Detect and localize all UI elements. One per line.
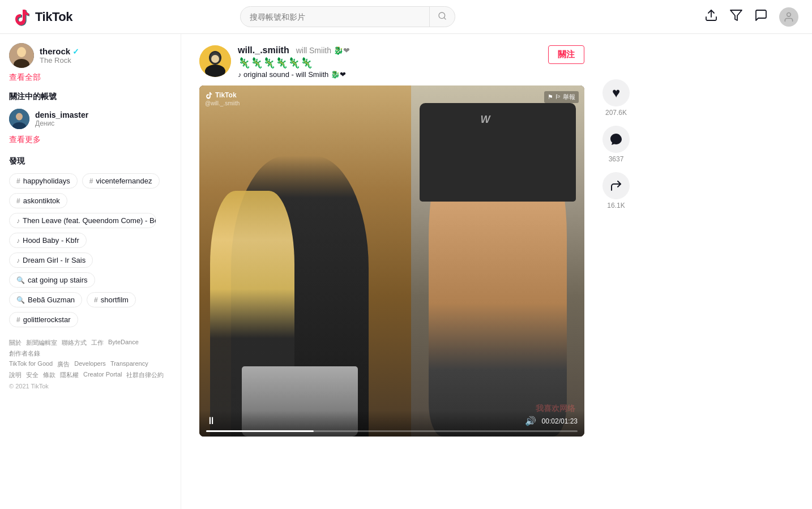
hashtag-icon: # (16, 197, 20, 205)
footer-privacy[interactable]: 隱私權 (60, 371, 79, 379)
tiktok-logo-icon (14, 8, 32, 26)
svg-point-15 (211, 55, 219, 63)
post-username[interactable]: will._.smiith (238, 45, 289, 55)
post-container: will._.smiith will Smiith 🐉❤ 🦎🦎🦎🦎🦎🦎 ♪ or… (199, 45, 584, 498)
volume-button[interactable]: 🔊 (525, 416, 536, 426)
video-left-panel: TikTok @will._.smiith (199, 85, 411, 437)
see-more-link[interactable]: 查看更多 (9, 135, 172, 145)
video-tiktok-logo: TikTok (205, 91, 237, 99)
search-input[interactable] (241, 8, 429, 26)
profile-username: therock (40, 46, 70, 56)
footer-newsroom[interactable]: 新聞編輯室 (26, 339, 57, 347)
discover-section: 發現 # happyholidays # vicentefernandez # … (9, 156, 172, 327)
footer-row-3: 說明 安全 條款 隱私權 Creator Portal 社群自律公約 (9, 371, 172, 379)
post-avatar (199, 45, 231, 77)
user-avatar[interactable] (779, 7, 798, 27)
tag-beba-guzman[interactable]: 🔍 Bebã Guzman (9, 292, 82, 307)
tag-shortfilm[interactable]: # shortfilm (87, 292, 136, 307)
tag-label: happyholidays (23, 177, 70, 185)
hashtag-icon: # (16, 316, 20, 324)
music-icon: ♪ (16, 256, 20, 264)
share-action: 16.1K (602, 172, 630, 209)
post-user-info: will._.smiith will Smiith 🐉❤ 🦎🦎🦎🦎🦎🦎 ♪ or… (238, 45, 548, 79)
search-icon: 🔍 (16, 296, 25, 304)
like-action: ♥ 207.6K (602, 79, 630, 117)
following-section-title: 關注中的帳號 (9, 92, 172, 102)
tag-cat-going-up[interactable]: 🔍 cat going up stairs (9, 272, 95, 288)
tag-label: golittlerockstar (23, 315, 71, 324)
footer-contact[interactable]: 聯絡方式 (62, 339, 87, 347)
sidebar-profile: therock ✓ The Rock (9, 43, 172, 68)
share-count: 16.1K (607, 202, 625, 209)
follow-button[interactable]: 關注 (548, 45, 584, 64)
footer-transparency[interactable]: Transparency (110, 360, 148, 369)
video-controls: ⏸ 🔊 00:02/01:23 (199, 410, 584, 437)
footer-community[interactable]: 社群自律公約 (126, 371, 164, 379)
message-button[interactable] (754, 8, 768, 25)
like-count: 207.6K (605, 109, 627, 117)
tag-vicentefernandez[interactable]: # vicentefernandez (82, 173, 160, 189)
video-inner: TikTok @will._.smiith W (199, 85, 584, 437)
profile-avatar (9, 43, 34, 68)
comment-action: 3637 (602, 126, 630, 163)
footer-creators[interactable]: 創作者名錄 (9, 349, 40, 358)
footer-help[interactable]: 說明 (9, 371, 22, 379)
following-username: denis_imaster (35, 110, 88, 119)
tag-label: Dream Girl - Ir Sais (23, 256, 86, 264)
tag-label: cat going up stairs (28, 276, 88, 284)
see-all-link[interactable]: 查看全部 (9, 72, 172, 83)
video-report-button[interactable]: ⚑ 🏳 舉報 (544, 91, 579, 103)
tag-hood-baby[interactable]: ♪ Hood Baby - Kbfr (9, 233, 87, 248)
footer-row-2: TikTok for Good 廣告 Developers Transparen… (9, 360, 172, 369)
tag-label: Hood Baby - Kbfr (23, 236, 79, 245)
tag-happyholidays[interactable]: # happyholidays (9, 173, 78, 189)
controls-row: ⏸ 🔊 00:02/01:23 (206, 415, 578, 427)
tag-label: Bebã Guzman (28, 296, 75, 304)
svg-line-1 (444, 18, 446, 19)
footer-developers[interactable]: Developers (74, 360, 106, 369)
current-time: 00:02 (542, 417, 559, 425)
post-actions: ♥ 207.6K 3637 16.1K (602, 45, 630, 498)
footer-tiktok-good[interactable]: TikTok for Good (9, 360, 53, 369)
tag-label: Then Leave (feat. Queendom Come) - BeatK… (23, 216, 156, 225)
like-button[interactable]: ♥ (602, 79, 630, 106)
post-display-name: will Smiith 🐉❤ (296, 46, 350, 55)
tag-golittlerockstar[interactable]: # golittlerockstar (9, 312, 78, 327)
footer-terms[interactable]: 條款 (43, 371, 55, 379)
footer-links: 關於 新聞編輯室 聯絡方式 工作 ByteDance 創作者名錄 TikTok … (9, 339, 172, 390)
copyright: © 2021 TikTok (9, 383, 172, 390)
post-sound-text: original sound - will Smiith 🐉❤ (243, 70, 346, 79)
discover-title: 發現 (9, 156, 172, 166)
svg-point-9 (16, 113, 23, 121)
profile-info: therock ✓ The Rock (40, 46, 79, 65)
post-sound[interactable]: ♪ original sound - will Smiith 🐉❤ (238, 70, 548, 79)
profile-display-name: The Rock (40, 56, 79, 65)
play-pause-button[interactable]: ⏸ (206, 415, 216, 427)
footer-ads[interactable]: 廣告 (57, 360, 70, 369)
upload-button[interactable] (704, 8, 718, 25)
progress-fill (206, 430, 314, 432)
discover-tags: # happyholidays # vicentefernandez # ask… (9, 173, 172, 327)
share-button[interactable] (602, 172, 630, 199)
footer-jobs[interactable]: 工作 (91, 339, 104, 347)
flag-icon: ⚑ (548, 93, 553, 101)
filter-button[interactable] (729, 8, 743, 25)
video-tiktok-text: TikTok (215, 91, 237, 99)
footer-row-1: 關於 新聞編輯室 聯絡方式 工作 ByteDance 創作者名錄 (9, 339, 172, 358)
following-avatar (9, 109, 29, 129)
tag-askontiktok[interactable]: # askontiktok (9, 193, 67, 208)
tag-label: vicentefernandez (96, 177, 152, 185)
progress-bar[interactable] (206, 430, 578, 432)
report-text: 🏳 舉報 (555, 93, 575, 101)
header: TikTok (0, 0, 812, 34)
footer-bytedance[interactable]: ByteDance (108, 339, 139, 347)
tag-then-leave[interactable]: ♪ Then Leave (feat. Queendom Come) - Bea… (9, 213, 156, 228)
footer-about[interactable]: 關於 (9, 339, 22, 347)
tag-dream-girl[interactable]: ♪ Dream Girl - Ir Sais (9, 253, 93, 268)
footer-creator-portal[interactable]: Creator Portal (83, 371, 122, 379)
hashtag-icon: # (16, 177, 20, 185)
search-button[interactable] (429, 7, 455, 27)
footer-safety[interactable]: 安全 (26, 371, 39, 379)
video-player[interactable]: TikTok @will._.smiith W (199, 85, 584, 437)
comment-button[interactable] (602, 126, 630, 153)
